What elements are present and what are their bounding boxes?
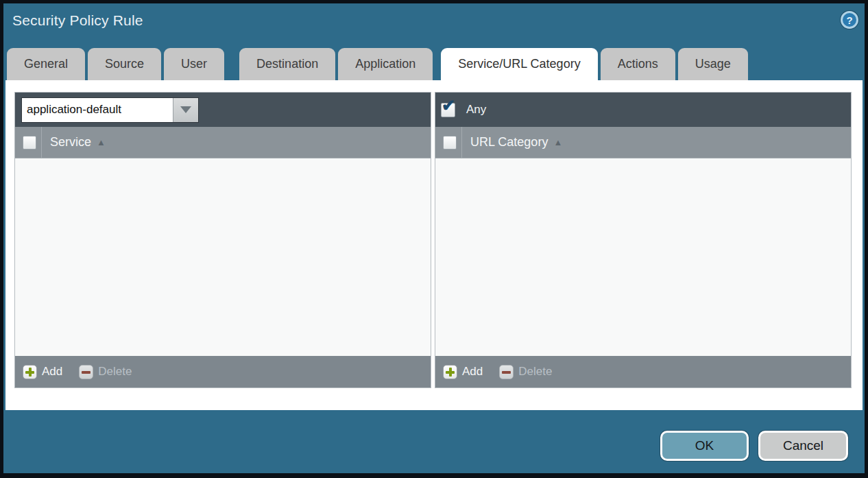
tab-service-url-category[interactable]: Service/URL Category xyxy=(441,48,597,80)
minus-icon xyxy=(499,365,514,379)
url-category-panel: ✔ Any URL Category ▲ Add Delete xyxy=(435,92,852,388)
service-footer-bar: Add Delete xyxy=(15,356,431,387)
add-service-button[interactable]: Add xyxy=(23,365,62,379)
ok-button[interactable]: OK xyxy=(660,431,749,461)
delete-url-category-button[interactable]: Delete xyxy=(499,365,552,379)
delete-service-label: Delete xyxy=(98,365,132,379)
tab-usage[interactable]: Usage xyxy=(678,48,748,80)
service-type-dropdown-value[interactable]: application-default xyxy=(22,98,173,122)
add-url-category-button[interactable]: Add xyxy=(443,365,483,379)
service-type-dropdown[interactable]: application-default xyxy=(21,97,199,123)
sort-ascending-icon[interactable]: ▲ xyxy=(97,137,106,147)
security-policy-rule-dialog: Security Policy Rule ? General Source Us… xyxy=(0,0,868,478)
url-category-column-header[interactable]: URL Category xyxy=(470,135,548,150)
chevron-down-icon xyxy=(180,106,191,113)
sort-ascending-icon[interactable]: ▲ xyxy=(553,137,562,147)
header-divider xyxy=(461,127,462,158)
delete-service-button[interactable]: Delete xyxy=(79,365,132,379)
help-icon[interactable]: ? xyxy=(841,11,858,29)
service-select-all-checkbox[interactable] xyxy=(23,136,36,150)
minus-icon xyxy=(79,365,93,379)
url-category-footer-bar: Add Delete xyxy=(435,356,851,387)
add-url-category-label: Add xyxy=(462,365,483,379)
tab-application[interactable]: Application xyxy=(338,48,433,80)
dialog-title: Security Policy Rule xyxy=(12,12,143,29)
add-service-label: Add xyxy=(42,365,62,379)
url-category-table-header: URL Category ▲ xyxy=(435,127,851,158)
tab-source[interactable]: Source xyxy=(88,48,161,80)
tab-user[interactable]: User xyxy=(164,48,224,80)
header-divider xyxy=(41,127,42,158)
delete-url-category-label: Delete xyxy=(518,365,552,379)
service-column-header[interactable]: Service xyxy=(50,135,91,150)
service-toolbar: application-default xyxy=(15,93,431,127)
url-category-select-all-checkbox[interactable] xyxy=(443,136,457,150)
service-list-empty xyxy=(15,158,431,356)
check-icon: ✔ xyxy=(442,97,455,114)
tab-actions[interactable]: Actions xyxy=(601,48,675,80)
plus-icon xyxy=(443,365,457,379)
any-label: Any xyxy=(466,103,486,117)
service-panel: application-default Service ▲ Add Delete xyxy=(14,92,431,388)
tab-destination[interactable]: Destination xyxy=(239,48,335,80)
service-table-header: Service ▲ xyxy=(15,127,431,158)
url-category-toolbar: ✔ Any xyxy=(435,93,851,127)
tab-general[interactable]: General xyxy=(7,48,85,80)
any-checkbox[interactable]: ✔ xyxy=(441,103,455,117)
url-category-list-empty xyxy=(435,158,851,356)
service-type-dropdown-button[interactable] xyxy=(173,98,198,122)
cancel-button[interactable]: Cancel xyxy=(758,431,848,461)
tab-bar: General Source User Destination Applicat… xyxy=(7,48,751,80)
plus-icon xyxy=(23,365,37,379)
